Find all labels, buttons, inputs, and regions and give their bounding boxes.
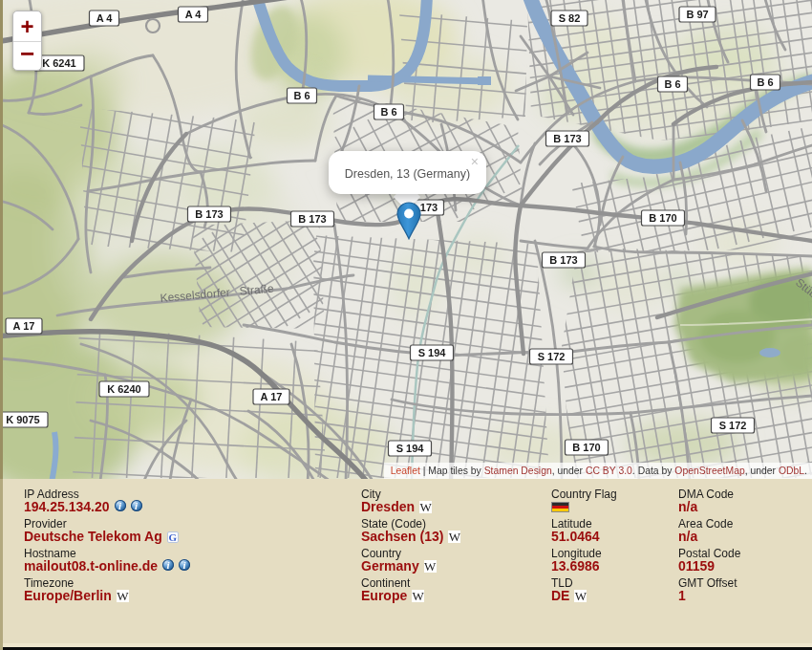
svg-text:B 173: B 173 <box>553 133 581 144</box>
svg-text:A 17: A 17 <box>13 320 35 332</box>
svg-text:A 17: A 17 <box>261 391 283 402</box>
svg-text:K 9075: K 9075 <box>6 414 39 425</box>
svg-text:S 194: S 194 <box>418 347 447 358</box>
svg-text:S 172: S 172 <box>719 420 747 431</box>
svg-text:B 6: B 6 <box>664 78 680 90</box>
svg-text:K 6241: K 6241 <box>42 57 75 69</box>
svg-text:B 170: B 170 <box>649 212 676 224</box>
svg-text:S 194: S 194 <box>396 443 425 454</box>
svg-text:B 170: B 170 <box>572 442 600 453</box>
svg-text:A 4: A 4 <box>185 9 203 20</box>
svg-text:B 173: B 173 <box>549 254 577 266</box>
svg-text:B 173: B 173 <box>298 213 326 225</box>
svg-text:173: 173 <box>420 202 438 213</box>
svg-text:B 6: B 6 <box>293 90 310 101</box>
svg-text:B 6: B 6 <box>380 106 396 118</box>
svg-text:S 172: S 172 <box>538 351 566 362</box>
svg-text:K 6240: K 6240 <box>107 383 140 395</box>
svg-text:A 4: A 4 <box>96 12 114 24</box>
svg-text:B 97: B 97 <box>686 9 708 20</box>
svg-text:S 82: S 82 <box>559 12 581 24</box>
svg-text:B 6: B 6 <box>757 76 773 88</box>
svg-text:B 173: B 173 <box>195 208 223 220</box>
